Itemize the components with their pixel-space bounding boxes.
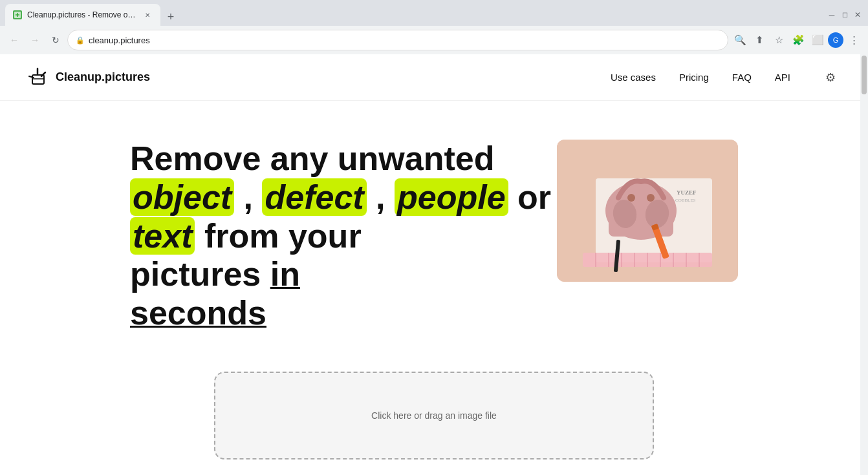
tab-favicon xyxy=(13,10,22,19)
back-button[interactable]: ← xyxy=(5,31,23,49)
browser-window: Cleanup.pictures - Remove objec ✕ + ─ ☐ … xyxy=(0,0,868,475)
browser-actions: 🔍 ⬆ ☆ 🧩 ⬜ G ⋮ xyxy=(731,31,863,49)
site-content: Cleanup.pictures Use cases Pricing FAQ A… xyxy=(0,54,868,475)
forward-button[interactable]: → xyxy=(26,31,44,49)
hero-line1: Remove any unwanted xyxy=(130,140,494,177)
scrollbar-thumb[interactable] xyxy=(862,56,867,94)
hero-image-container: YUZEF COBBLES xyxy=(557,140,738,282)
nav-use-cases[interactable]: Use cases xyxy=(611,72,656,83)
svg-point-12 xyxy=(627,194,635,202)
reload-button[interactable]: ↻ xyxy=(47,31,65,49)
hero-word-object: object xyxy=(130,178,234,216)
upload-dropzone[interactable]: Click here or drag an image file xyxy=(214,372,654,459)
comma2: , xyxy=(367,178,395,216)
more-button[interactable]: ⋮ xyxy=(845,31,863,49)
hero-word-or: or xyxy=(517,178,551,216)
svg-text:YUZEF: YUZEF xyxy=(677,189,697,196)
extensions-button[interactable]: 🧩 xyxy=(789,31,807,49)
svg-text:COBBLES: COBBLES xyxy=(675,198,696,203)
logo-text: Cleanup.pictures xyxy=(56,70,150,84)
hero-image: YUZEF COBBLES xyxy=(557,140,738,282)
minimize-button[interactable]: ─ xyxy=(827,10,837,20)
profile-button[interactable]: G xyxy=(828,32,843,48)
site-logo[interactable]: Cleanup.pictures xyxy=(26,66,150,89)
close-window-button[interactable]: ✕ xyxy=(852,10,863,20)
bookmark-button[interactable]: ☆ xyxy=(770,31,788,49)
site-nav-links: Use cases Pricing FAQ API ⚙ xyxy=(611,66,842,89)
nav-pricing[interactable]: Pricing xyxy=(679,72,709,83)
new-tab-button[interactable]: + xyxy=(162,8,180,26)
svg-point-13 xyxy=(647,194,655,202)
lock-icon: 🔒 xyxy=(76,36,85,45)
hero-section: Remove any unwanted object , defect , pe… xyxy=(0,101,868,359)
tab-title: Cleanup.pictures - Remove objec xyxy=(27,10,137,19)
browser-chrome: Cleanup.pictures - Remove objec ✕ + ─ ☐ … xyxy=(0,0,868,54)
active-tab[interactable]: Cleanup.pictures - Remove objec ✕ xyxy=(5,4,160,26)
browser-titlebar: Cleanup.pictures - Remove objec ✕ + ─ ☐ … xyxy=(0,0,868,26)
upload-label: Click here or drag an image file xyxy=(371,410,497,421)
address-bar[interactable]: 🔒 cleanup.pictures xyxy=(67,30,728,50)
address-text: cleanup.pictures xyxy=(89,36,720,45)
hero-word-defect: defect xyxy=(262,178,366,216)
hero-word-text: text xyxy=(130,217,195,255)
browser-toolbar: ← → ↻ 🔒 cleanup.pictures 🔍 ⬆ ☆ 🧩 ⬜ G ⋮ xyxy=(0,26,868,54)
logo-icon xyxy=(26,66,49,89)
comma1: , xyxy=(234,178,262,216)
nav-api[interactable]: API xyxy=(775,72,790,83)
maximize-button[interactable]: ☐ xyxy=(840,10,850,20)
site-navbar: Cleanup.pictures Use cases Pricing FAQ A… xyxy=(0,54,868,101)
upload-section: Click here or drag an image file xyxy=(0,359,868,475)
nav-faq[interactable]: FAQ xyxy=(732,72,752,83)
share-button[interactable]: ⬆ xyxy=(750,31,768,49)
sidebar-toggle-button[interactable]: ⬜ xyxy=(808,31,827,49)
scrollbar-track[interactable] xyxy=(860,54,868,475)
hero-word-people: people xyxy=(395,178,508,216)
browser-tabs: Cleanup.pictures - Remove objec ✕ + xyxy=(5,4,180,26)
zoom-button[interactable]: 🔍 xyxy=(731,31,749,49)
settings-button[interactable]: ⚙ xyxy=(819,66,842,89)
hero-text: Remove any unwanted object , defect , pe… xyxy=(130,140,518,333)
tab-close-button[interactable]: ✕ xyxy=(142,10,153,20)
hero-heading: Remove any unwanted object , defect , pe… xyxy=(130,140,518,333)
